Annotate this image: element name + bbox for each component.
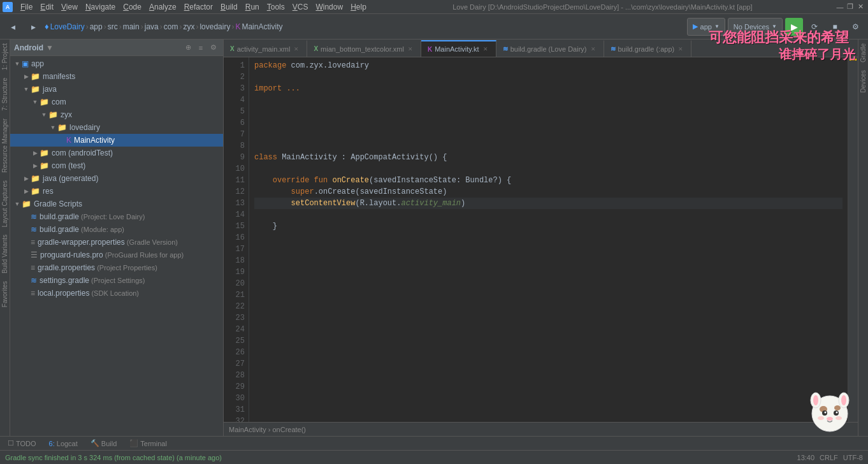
resource-manager-tab[interactable]: Resource Manager — [0, 115, 10, 177]
code-token — [254, 186, 291, 198]
tree-item-gradle-scripts[interactable]: ▼📁Gradle Scripts — [10, 198, 223, 210]
sep4: › — [141, 22, 143, 31]
breadcrumb-src[interactable]: src — [108, 22, 118, 31]
panel-dropdown-icon[interactable]: ▼ — [46, 43, 54, 52]
tab-close-activity-main-xml[interactable]: ✕ — [293, 45, 300, 53]
tab-mainactivity-kt[interactable]: KMainActivity.kt✕ — [421, 40, 496, 57]
panel-settings-button[interactable]: ⚙ — [208, 42, 219, 54]
breadcrumb-mainactivity[interactable]: K MainActivity — [235, 22, 282, 31]
tree-item-local-properties[interactable]: ≡local.properties (SDK Location) — [10, 287, 223, 300]
structure-panel-tab[interactable]: 7: Structure — [0, 74, 10, 115]
code-line-8 — [254, 140, 843, 152]
tab-close-mainactivity-kt[interactable]: ✕ — [482, 45, 489, 53]
tree-item-com-android[interactable]: ▶📁com (androidTest) — [10, 147, 223, 159]
tab-label-build-gradle-love-dairy: build.gradle (Love Dairy) — [510, 45, 587, 53]
line-number-24: 24 — [224, 324, 245, 335]
forward-nav-button[interactable]: ▸ — [24, 18, 42, 36]
code-line-19 — [254, 266, 843, 278]
tab-build[interactable]: 🔨 Build — [85, 438, 122, 449]
tab-build-gradle-love-dairy[interactable]: ≋build.gradle (Love Dairy)✕ — [496, 40, 604, 57]
app-config-label: app — [700, 23, 712, 31]
menu-tools[interactable]: Tools — [263, 1, 289, 13]
tree-item-com-test[interactable]: ▶📁com (test) — [10, 159, 223, 172]
maximize-button[interactable]: ❐ — [845, 2, 855, 12]
code-token: savedInstanceState — [373, 175, 456, 186]
menu-vcs[interactable]: VCS — [289, 1, 312, 13]
tree-item-lovedairy[interactable]: ▼📁lovedairy — [10, 121, 223, 134]
favorites-tab[interactable]: Favorites — [0, 277, 10, 311]
run-button[interactable]: ▶ — [785, 18, 803, 36]
tab-mian-bottom-textcolor-xml[interactable]: Xmian_bottom_textcolor.xml✕ — [307, 40, 421, 57]
breadcrumb-java[interactable]: java — [145, 22, 159, 31]
menu-run[interactable]: Run — [242, 1, 263, 13]
tree-item-gradle-properties[interactable]: ≡gradle.properties (Project Properties) — [10, 261, 223, 274]
menu-edit[interactable]: Edit — [36, 1, 57, 13]
breadcrumb-zyx[interactable]: zyx — [183, 22, 194, 31]
menu-code[interactable]: Code — [119, 1, 145, 13]
tree-item-build-gradle-app[interactable]: ≋build.gradle (Module: app) — [10, 223, 223, 236]
tab-label-activity-main-xml: activity_main.xml — [237, 45, 291, 53]
close-button[interactable]: ✕ — [855, 2, 865, 12]
tab-activity-main-xml[interactable]: Xactivity_main.xml✕ — [224, 40, 307, 57]
app-configuration-button[interactable]: ▶ app ▼ — [687, 18, 725, 36]
tab-todo[interactable]: ☐ TODO — [3, 438, 41, 449]
line-number-21: 21 — [224, 289, 245, 301]
tab-close-mian-bottom-textcolor-xml[interactable]: ✕ — [407, 45, 414, 53]
tree-item-build-gradle-project[interactable]: ≋build.gradle (Project: Love Dairy) — [10, 210, 223, 223]
panel-collapse-button[interactable]: ≡ — [195, 42, 206, 54]
tree-item-zyx[interactable]: ▼📁zyx — [10, 108, 223, 121]
menu-view[interactable]: View — [57, 1, 82, 13]
settings-button[interactable]: ⚙ — [846, 18, 864, 36]
tree-icon: ≋ — [31, 225, 37, 234]
tree-item-res[interactable]: ▶📁res — [10, 185, 223, 198]
menu-help[interactable]: Help — [347, 1, 370, 13]
tree-arrow: ▼ — [22, 86, 31, 92]
tree-item-gradle-wrapper[interactable]: ≡gradle-wrapper.properties (Gradle Versi… — [10, 236, 223, 249]
tree-item-java-gen[interactable]: ▶📁java (generated) — [10, 172, 223, 185]
panel-sync-button[interactable]: ⊕ — [182, 42, 194, 54]
code-token: super — [291, 186, 314, 198]
tab-terminal[interactable]: ⬛ Terminal — [124, 438, 172, 449]
tree-label: Gradle Scripts — [34, 199, 82, 208]
breadcrumb-project[interactable]: LoveDairy — [50, 22, 85, 31]
breadcrumb-main[interactable]: main — [123, 22, 140, 31]
tree-item-com[interactable]: ▼📁com — [10, 96, 223, 108]
tab-close-build-gradle-app[interactable]: ✕ — [677, 45, 684, 53]
menu-analyze[interactable]: Analyze — [145, 1, 180, 13]
reload-button[interactable]: ⟳ — [806, 18, 823, 36]
menu-build[interactable]: Build — [217, 1, 242, 13]
breadcrumb-com[interactable]: com — [164, 22, 178, 31]
gradle-tab[interactable]: Gradle — [858, 40, 868, 66]
layout-captures-tab[interactable]: Layout Captures — [0, 177, 10, 231]
tab-logcat[interactable]: 6: Logcat — [44, 439, 83, 449]
menu-file[interactable]: File — [17, 1, 36, 13]
tab-build-gradle-app[interactable]: ≋build.gradle (:app)✕ — [604, 40, 692, 57]
tab-close-build-gradle-love-dairy[interactable]: ✕ — [590, 45, 597, 53]
breadcrumb-app[interactable]: app — [90, 22, 103, 31]
code-token: override fun — [273, 175, 333, 186]
devices-tab[interactable]: Devices — [858, 66, 868, 97]
tree-icon: ≡ — [31, 263, 35, 272]
tree-item-mainactivity[interactable]: KMainActivity — [10, 134, 223, 147]
no-devices-button[interactable]: No Devices ▼ — [728, 18, 783, 36]
tree-icon: 📁 — [40, 161, 49, 170]
minimize-button[interactable]: — — [835, 2, 845, 12]
code-content[interactable]: package com.zyx.lovedairyimport ...class… — [249, 57, 848, 422]
menu-window[interactable]: Window — [312, 1, 347, 13]
breadcrumb-lovedairy[interactable]: lovedairy — [199, 22, 230, 31]
tree-item-java[interactable]: ▼📁java — [10, 83, 223, 96]
tree-item-settings-gradle[interactable]: ≋settings.gradle (Project Settings) — [10, 274, 223, 287]
tree-item-proguard[interactable]: ☰proguard-rules.pro (ProGuard Rules for … — [10, 249, 223, 261]
back-nav-button[interactable]: ◂ — [4, 18, 22, 36]
menu-refactor[interactable]: Refactor — [180, 1, 217, 13]
tree-item-manifests[interactable]: ▶📁manifests — [10, 70, 223, 83]
menu-navigate[interactable]: Navigate — [82, 1, 119, 13]
line-number-12: 12 — [224, 186, 245, 198]
tree-item-app[interactable]: ▼▣app — [10, 57, 223, 70]
stop-button[interactable]: ■ — [826, 18, 844, 36]
project-panel-tab[interactable]: 1: Project — [0, 40, 10, 74]
sep8: › — [231, 22, 234, 31]
tree-label: java — [43, 85, 57, 94]
code-token: import ... — [254, 83, 300, 94]
build-variants-tab[interactable]: Build Variants — [0, 231, 10, 277]
